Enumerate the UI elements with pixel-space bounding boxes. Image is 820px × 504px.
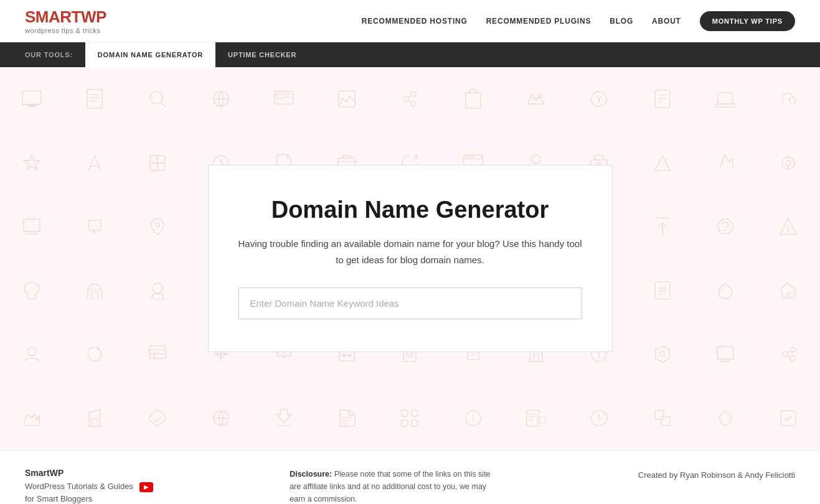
nav-recommended-plugins[interactable]: RECOMMENDED PLUGINS — [486, 17, 591, 26]
bg-icon — [441, 67, 504, 131]
bg-icon — [757, 322, 820, 386]
svg-rect-35 — [150, 163, 158, 170]
bg-icon — [63, 67, 126, 131]
svg-point-141 — [466, 411, 481, 426]
svg-text:i: i — [472, 414, 474, 423]
svg-point-46 — [468, 156, 470, 157]
domain-keyword-input[interactable] — [238, 287, 582, 319]
logo-smart: SMART — [25, 7, 81, 26]
svg-point-124 — [783, 352, 788, 357]
svg-rect-149 — [661, 417, 670, 426]
svg-line-20 — [408, 100, 411, 102]
bg-icon — [631, 131, 694, 195]
svg-point-82 — [153, 283, 163, 293]
svg-point-48 — [532, 155, 540, 164]
bg-icon — [63, 259, 126, 323]
bg-icon — [189, 386, 252, 450]
svg-point-16 — [403, 96, 408, 101]
footer-tagline-line1: WordPress Tutorials & Guides — [25, 482, 133, 491]
site-header: SMARTWP wordpress tips & tricks RECOMMEN… — [0, 0, 820, 42]
youtube-icon[interactable]: ▶ — [139, 482, 153, 492]
bg-icon — [63, 131, 126, 195]
card-description: Having trouble finding an available doma… — [238, 236, 582, 268]
footer-credit: Created by Ryan Robinson & Andy Feliciot… — [638, 470, 795, 480]
svg-point-22 — [539, 94, 542, 98]
bg-icon — [757, 195, 820, 259]
svg-rect-114 — [342, 354, 346, 357]
bg-icon — [379, 67, 441, 131]
monthly-wp-tips-button[interactable]: MONTHLY WP TIPS — [700, 11, 795, 31]
svg-point-126 — [790, 356, 795, 361]
bg-icon — [126, 67, 189, 131]
svg-rect-119 — [534, 354, 539, 362]
svg-line-19 — [408, 96, 411, 98]
svg-point-45 — [465, 156, 467, 157]
svg-point-131 — [214, 411, 229, 426]
svg-rect-33 — [150, 156, 158, 163]
bg-icon — [379, 386, 441, 450]
bg-icon — [504, 386, 567, 450]
footer-tagline: WordPress Tutorials & Guides ▶ for Smart… — [25, 480, 153, 504]
site-footer: SmartWP WordPress Tutorials & Guides ▶ f… — [0, 450, 820, 504]
bg-icon — [0, 195, 63, 259]
logo: SMARTWP — [25, 7, 106, 27]
nav-recommended-hosting[interactable]: RECOMMENDED HOSTING — [362, 17, 468, 26]
bg-icon — [316, 386, 379, 450]
bg-icon — [631, 386, 694, 450]
svg-point-79 — [788, 231, 789, 233]
svg-point-9 — [214, 91, 229, 106]
svg-point-17 — [411, 91, 416, 96]
svg-point-59 — [156, 223, 159, 226]
svg-rect-122 — [717, 347, 733, 359]
svg-point-76 — [718, 219, 733, 234]
bg-icon — [694, 67, 756, 131]
bg-icon — [757, 131, 820, 195]
nav-blog[interactable]: BLOG — [610, 17, 633, 26]
bg-icon — [0, 67, 63, 131]
svg-point-31 — [789, 98, 796, 104]
svg-rect-0 — [22, 91, 41, 105]
bg-icon — [694, 259, 756, 323]
svg-rect-137 — [402, 410, 408, 416]
footer-brand-name: SmartWP — [25, 468, 153, 478]
main-nav: RECOMMENDED HOSTING RECOMMENDED PLUGINS … — [362, 11, 795, 31]
svg-rect-143 — [527, 410, 539, 426]
svg-rect-36 — [158, 163, 165, 170]
bg-icon — [63, 386, 126, 450]
tab-uptime-checker[interactable]: UPTIME CHECKER — [215, 42, 309, 67]
bg-icon — [252, 386, 315, 450]
bg-icon — [504, 67, 567, 131]
bg-icon — [568, 67, 631, 131]
bg-icon — [126, 259, 189, 323]
svg-line-42 — [412, 156, 417, 161]
hero-area: i Domain Name Generator Having trouble f… — [0, 67, 820, 450]
svg-rect-147 — [537, 417, 545, 423]
bg-icon — [126, 195, 189, 259]
bg-icon — [631, 67, 694, 131]
bg-icon — [0, 259, 63, 323]
domain-generator-card: Domain Name Generator Having trouble fin… — [208, 165, 613, 353]
logo-subtitle: wordpress tips & tricks — [25, 27, 101, 34]
svg-rect-12 — [277, 94, 283, 99]
svg-rect-138 — [412, 410, 418, 416]
bg-icon — [694, 386, 756, 450]
bg-icon — [0, 131, 63, 195]
tools-bar: OUR TOOLS: DOMAIN NAME GENERATOR UPTIME … — [0, 42, 820, 67]
bg-icon — [694, 322, 756, 386]
svg-point-102 — [27, 347, 36, 356]
svg-point-18 — [411, 101, 416, 106]
svg-point-117 — [409, 353, 411, 355]
bg-icon — [0, 322, 63, 386]
bg-icon — [316, 67, 379, 131]
svg-point-125 — [790, 347, 795, 352]
tab-domain-name-generator[interactable]: DOMAIN NAME GENERATOR — [85, 42, 215, 67]
svg-rect-34 — [158, 156, 165, 163]
bg-icon — [126, 131, 189, 195]
svg-rect-81 — [92, 292, 98, 299]
nav-about[interactable]: ABOUT — [652, 17, 681, 26]
svg-point-47 — [471, 156, 473, 157]
svg-rect-3 — [87, 90, 102, 108]
bg-icon — [63, 195, 126, 259]
svg-line-128 — [788, 355, 790, 357]
svg-point-52 — [786, 161, 791, 166]
